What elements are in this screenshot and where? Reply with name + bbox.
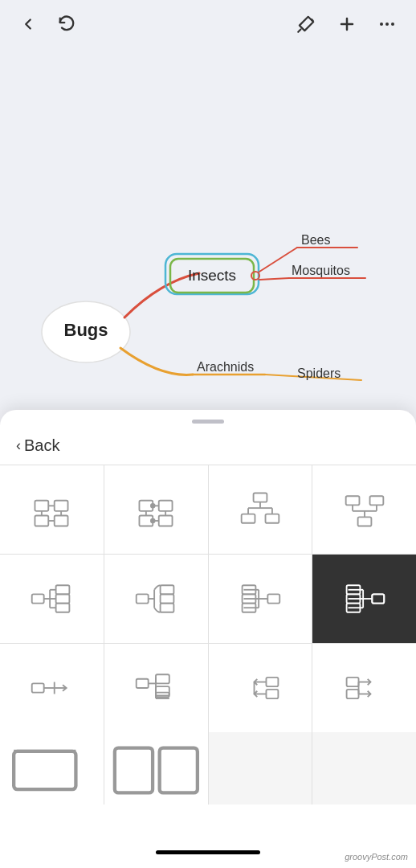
svg-point-3 [385,23,389,26]
toolbar-left [16,12,79,36]
shape-cell-4[interactable] [312,465,416,554]
mindmap-section: Bugs Insects Bees Mosquitos Arachnids Sp… [0,0,416,410]
svg-point-37 [151,504,155,508]
shape-cell-8[interactable] [312,555,416,643]
svg-rect-107 [14,751,75,789]
svg-rect-86 [372,594,384,603]
svg-rect-61 [56,604,70,612]
svg-rect-105 [346,690,358,698]
svg-rect-33 [159,515,173,526]
back-chevron-icon: ‹ [16,437,21,454]
home-indicator [156,850,260,854]
svg-rect-60 [56,594,70,603]
shape-cell-10[interactable] [104,644,208,732]
svg-point-2 [380,23,383,26]
shape-cell-11[interactable] [209,644,312,732]
shape-cell-9[interactable] [0,644,104,732]
more-button[interactable] [374,11,400,37]
svg-rect-30 [159,501,173,511]
svg-rect-66 [161,594,174,603]
svg-rect-110 [159,747,197,792]
svg-rect-67 [161,604,174,612]
back-button[interactable] [16,12,40,36]
svg-rect-21 [35,501,49,511]
svg-rect-25 [55,515,68,526]
shape-cell-12[interactable] [312,644,416,732]
bottom-sheet: ‹ Back [0,410,416,868]
shape-cell-6[interactable] [104,555,208,643]
shapes-grid-partial [0,732,416,805]
mindmap-canvas[interactable]: Bugs Insects Bees Mosquitos Arachnids Sp… [0,48,416,402]
svg-rect-68 [267,594,279,603]
shape-cell-13[interactable] [0,732,104,805]
svg-point-4 [391,23,394,26]
svg-rect-104 [346,678,358,686]
undo-button[interactable] [55,12,79,36]
svg-rect-45 [265,514,279,523]
shape-cell-5[interactable] [0,555,104,643]
shapes-grid [0,465,416,732]
svg-rect-94 [156,674,169,683]
shape-cell-7[interactable] [209,555,312,643]
svg-rect-51 [345,496,359,505]
svg-rect-62 [137,594,149,603]
svg-rect-59 [56,585,70,594]
shape-cell-3[interactable] [209,465,312,554]
tool-button[interactable] [292,10,320,38]
back-btn[interactable]: ‹ Back [0,424,416,465]
watermark: groovyPost.com [345,852,408,862]
svg-rect-87 [32,683,44,692]
toolbar-right [292,10,400,38]
svg-text:Bees: Bees [301,233,330,247]
svg-rect-46 [357,517,371,526]
shape-cell-14[interactable] [104,732,208,805]
back-label: Back [24,436,59,455]
toolbar [0,0,416,48]
svg-rect-99 [266,678,278,686]
svg-rect-100 [266,690,278,698]
svg-line-14 [259,278,289,280]
shape-cell-15 [209,732,312,805]
add-button[interactable] [334,11,360,37]
svg-rect-52 [369,496,383,505]
svg-text:Spiders: Spiders [297,366,341,380]
svg-rect-109 [115,747,153,792]
svg-text:Insects: Insects [188,267,236,284]
svg-rect-44 [242,514,255,523]
svg-rect-95 [156,686,169,695]
svg-rect-24 [35,515,49,526]
svg-rect-65 [161,585,174,594]
svg-text:Arachnids: Arachnids [197,360,254,374]
svg-rect-77 [372,594,384,603]
svg-text:Mosquitos: Mosquitos [292,264,350,277]
svg-rect-22 [55,501,68,511]
svg-rect-39 [253,493,267,502]
shape-cell-2[interactable] [104,465,208,554]
shape-cell-16 [312,732,416,805]
svg-rect-53 [32,594,44,603]
svg-rect-91 [137,679,149,688]
svg-text:Bugs: Bugs [64,320,108,340]
shape-cell-1[interactable] [0,465,104,554]
svg-point-38 [151,519,155,523]
